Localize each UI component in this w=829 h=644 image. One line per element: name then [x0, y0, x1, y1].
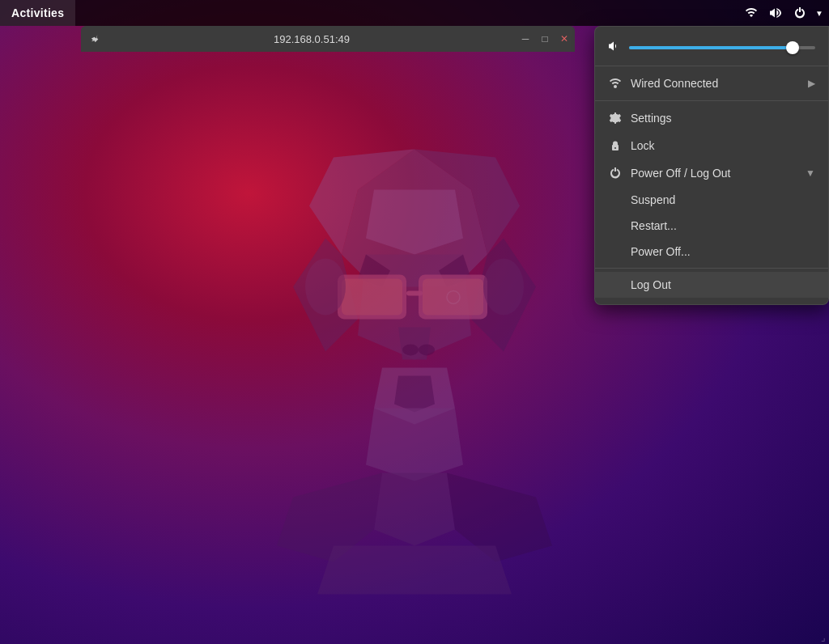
suspend-item[interactable]: Suspend: [595, 187, 828, 213]
svg-point-31: [614, 147, 616, 149]
power-icon-button[interactable]: [789, 2, 811, 24]
volume-icon: [769, 6, 782, 19]
volume-slider[interactable]: [629, 46, 815, 49]
svg-marker-21: [374, 472, 455, 545]
network-icon: [745, 6, 758, 19]
topbar-right: ▼: [740, 2, 829, 24]
suspend-label: Suspend: [631, 193, 675, 206]
wired-connected-label: Wired Connected: [631, 77, 718, 90]
separator-2: [595, 100, 828, 101]
svg-point-16: [402, 344, 419, 355]
window-title: 192.168.0.51:49: [107, 33, 517, 45]
separator-logout: [595, 268, 828, 269]
volume-row: [595, 33, 828, 62]
lock-label: Lock: [631, 139, 655, 152]
desktop: Activities: [0, 0, 829, 644]
restart-item[interactable]: Restart...: [595, 213, 828, 239]
volume-fill: [629, 46, 793, 49]
volume-mute-icon: [608, 40, 621, 56]
power-arrow-icon: ▼: [806, 167, 815, 179]
wired-arrow-icon: ▶: [808, 78, 815, 89]
system-menu-arrow[interactable]: ▼: [813, 2, 826, 24]
svg-rect-12: [423, 278, 483, 315]
window-titlebar: 192.168.0.51:49 ─ □ ✕: [81, 26, 575, 52]
activities-button[interactable]: Activities: [0, 0, 75, 26]
lock-icon: [608, 138, 623, 153]
power-menu-icon: [608, 166, 623, 180]
volume-thumb: [786, 41, 799, 54]
svg-point-26: [483, 258, 524, 315]
window-minimize-button[interactable]: ─: [517, 30, 534, 48]
settings-item[interactable]: Settings: [595, 104, 828, 132]
svg-marker-24: [317, 545, 512, 594]
restart-label: Restart...: [631, 219, 677, 232]
volume-icon-button[interactable]: [764, 2, 787, 24]
svg-marker-20: [366, 408, 463, 481]
wired-connected-item[interactable]: Wired Connected ▶: [595, 70, 828, 97]
power-off-logout-label: Power Off / Log Out: [631, 167, 730, 180]
svg-point-17: [419, 344, 435, 355]
logout-item[interactable]: Log Out: [595, 272, 828, 298]
network-icon-button[interactable]: [740, 2, 763, 24]
window-maximize-button[interactable]: □: [536, 30, 554, 48]
settings-gear-icon: [608, 111, 623, 125]
svg-point-29: [614, 85, 617, 88]
resize-handle[interactable]: ⌟: [821, 633, 826, 642]
svg-point-25: [305, 258, 346, 315]
power-icon: [793, 6, 806, 19]
network-menu-icon: [608, 76, 623, 91]
separator-1: [595, 66, 828, 66]
power-off-label: Power Off...: [631, 245, 691, 258]
power-off-logout-item[interactable]: Power Off / Log Out ▼: [595, 159, 828, 187]
wallpaper-gorilla: [212, 125, 617, 594]
system-menu: Wired Connected ▶ Settings: [594, 26, 829, 305]
settings-label: Settings: [631, 112, 672, 125]
lock-item[interactable]: Lock: [595, 132, 828, 159]
svg-rect-13: [406, 290, 423, 295]
logout-label: Log Out: [631, 278, 671, 291]
pin-icon: [91, 34, 101, 44]
window-close-button[interactable]: ✕: [555, 30, 573, 48]
window-pin-button[interactable]: [84, 28, 107, 50]
power-off-item[interactable]: Power Off...: [595, 239, 828, 265]
svg-rect-11: [342, 278, 402, 315]
topbar: Activities: [0, 0, 829, 26]
